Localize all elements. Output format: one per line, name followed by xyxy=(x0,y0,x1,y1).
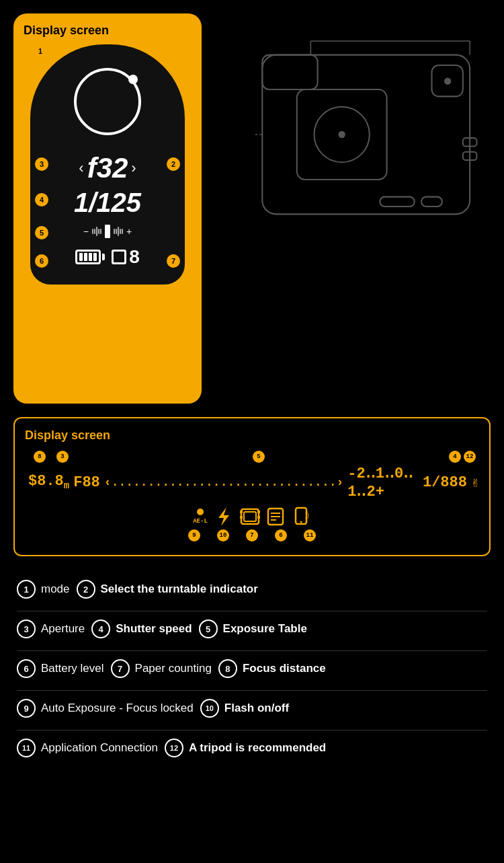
svg-point-27 xyxy=(300,521,302,523)
svg-rect-18 xyxy=(240,511,243,513)
legend-item-6: 6 Battery level xyxy=(17,659,104,678)
display-main-row: $8.8m F88 ‹.............................… xyxy=(25,464,479,500)
viewfinder-dot xyxy=(128,75,138,84)
display-badge-10: 10 xyxy=(217,529,229,541)
legend-row-1: 1 mode 2 Select the turntable indicator xyxy=(17,580,487,599)
paper-number: 8 xyxy=(129,246,140,268)
svg-rect-0 xyxy=(262,55,470,215)
phone-icon-item: )) xyxy=(291,506,311,527)
legend-text-2: Select the turntable indicator xyxy=(101,583,258,596)
legend-text-6: Battery level xyxy=(41,662,104,675)
legend-text-3: Aperture xyxy=(41,622,85,636)
exposure-nums: -2‥1‥0‥1‥2+ xyxy=(347,464,419,500)
display-badge-7: 7 xyxy=(246,529,258,541)
svg-rect-20 xyxy=(257,511,260,513)
film-frame-icon xyxy=(240,506,260,527)
display-badge-row: 9 10 7 6 11 xyxy=(25,529,479,541)
display-badge-5: 5 xyxy=(253,451,265,463)
badge-5: 5 xyxy=(35,226,48,239)
display-badge-6: 6 xyxy=(275,529,287,541)
flash-icon-item xyxy=(214,506,233,527)
exposure-center xyxy=(105,225,110,238)
legend-text-12: A tripod is recommended xyxy=(189,741,326,755)
svg-rect-1 xyxy=(262,55,317,89)
flash-icon xyxy=(214,506,233,527)
divider-1 xyxy=(17,611,487,611)
badge-3: 3 xyxy=(35,157,48,171)
divider-4 xyxy=(17,730,487,730)
badge-2: 2 xyxy=(167,157,180,171)
svg-text:)): )) xyxy=(305,512,309,519)
legend-badge-3: 3 xyxy=(17,620,36,638)
svg-rect-10 xyxy=(421,197,442,207)
display-badge-3: 3 xyxy=(56,451,69,463)
legend-badge-5: 5 xyxy=(199,620,218,638)
battery-paper-row: 6 8 xyxy=(40,246,175,268)
legend-item-7: 7 Paper counting xyxy=(111,659,212,678)
legend-badge-6: 6 xyxy=(17,659,36,678)
display-badge-9: 9 xyxy=(188,529,200,541)
badge-4: 4 xyxy=(35,193,48,207)
exposure-minus: − xyxy=(83,226,89,237)
svg-rect-9 xyxy=(380,197,414,207)
display-badge-12: 12 xyxy=(464,451,476,463)
svg-rect-19 xyxy=(240,516,243,519)
paper-icon: 8 xyxy=(112,246,140,268)
aperture-display-val: F88 xyxy=(73,474,100,491)
legend-row-5: 11 Application Connection 12 A tripod is… xyxy=(17,739,487,757)
paper-icon-display xyxy=(267,507,284,526)
ae-l-icon: AE-L xyxy=(193,509,208,525)
legend-item-10: 10 Flash on/off xyxy=(200,699,289,718)
legend-text-11: Application Connection xyxy=(41,741,158,755)
bottom-display-section: Display screen 8 3 5 4 12 xyxy=(13,417,491,556)
svg-point-4 xyxy=(339,131,345,138)
legend-item-1: 1 mode xyxy=(17,580,70,599)
orange-display: 8 3 5 4 12 $8.8m F88 ‹..................… xyxy=(25,451,479,541)
shutter-display-val: 1/888 xyxy=(423,474,467,491)
camera-sketch xyxy=(202,13,491,404)
legend-item-8: 8 Focus distance xyxy=(218,659,326,678)
legend-item-2: 2 Select the turntable indicator xyxy=(77,580,258,599)
exposure-slider: − + xyxy=(40,225,175,238)
divider-2 xyxy=(17,650,487,651)
legend-text-8: Focus distance xyxy=(243,662,326,675)
legend-item-5: 5 Exposure Table xyxy=(199,620,307,638)
legend-text-5: Exposure Table xyxy=(223,622,307,636)
bottom-display-title: Display screen xyxy=(25,428,479,443)
badge-1: 1 xyxy=(34,44,47,58)
legend-badge-7: 7 xyxy=(111,659,130,678)
ae-l-label: AE-L xyxy=(193,518,208,525)
display-card: Display screen 1 3 ‹ f32 › 2 xyxy=(13,13,202,404)
legend-badge-4: 4 xyxy=(91,620,110,638)
legend-badge-2: 2 xyxy=(77,580,95,599)
shutter-value: 1/125 xyxy=(40,188,175,218)
svg-rect-21 xyxy=(257,516,260,519)
divider-3 xyxy=(17,690,487,691)
display-badge-8: 8 xyxy=(34,451,46,463)
page-container: Display screen 1 3 ‹ f32 › 2 xyxy=(0,0,504,790)
battery-tip xyxy=(102,254,105,260)
legend-row-2: 3 Aperture 4 Shutter speed 5 Exposure Ta… xyxy=(17,620,487,638)
camera-svg xyxy=(255,34,491,235)
badge-6: 6 xyxy=(35,254,48,268)
legend-text-1: mode xyxy=(41,583,70,596)
focus-distance-val: $8.8m xyxy=(28,473,69,491)
badge-7: 7 xyxy=(167,254,180,268)
ae-l-dot xyxy=(197,509,204,515)
legend-item-3: 3 Aperture xyxy=(17,620,85,638)
tripod-icon: ✌ xyxy=(471,474,479,491)
legend-item-9: 9 Auto Exposure - Focus locked xyxy=(17,699,194,718)
legend-badge-11: 11 xyxy=(17,739,36,757)
legend-text-9: Auto Exposure - Focus locked xyxy=(41,702,194,715)
paper-square xyxy=(112,250,126,264)
legend-badge-9: 9 xyxy=(17,699,36,718)
legend-text-4: Shutter speed xyxy=(116,622,192,636)
svg-rect-17 xyxy=(244,512,256,521)
film-icon xyxy=(240,506,260,527)
legend-row-3: 6 Battery level 7 Paper counting 8 Focus… xyxy=(17,659,487,678)
battery-icon xyxy=(75,250,105,264)
phone-icon: )) xyxy=(291,506,311,527)
legend-item-12: 12 A tripod is recommended xyxy=(165,739,326,757)
legend-badge-10: 10 xyxy=(200,699,219,718)
legend-badge-12: 12 xyxy=(165,739,183,757)
